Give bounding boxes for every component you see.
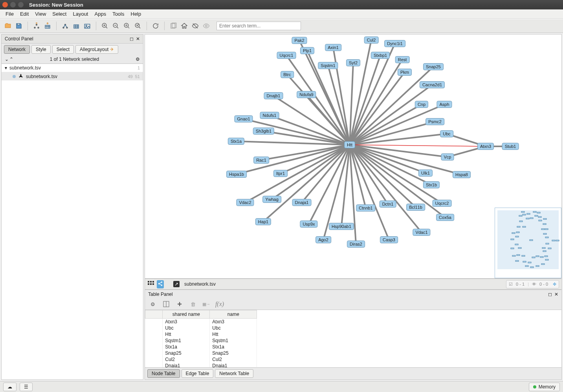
node-itpr1[interactable]: Itpr1	[273, 170, 288, 177]
node-atxn3[interactable]: Atxn3	[477, 143, 494, 150]
expand-icon[interactable]: ⌃	[9, 57, 13, 62]
function-builder-icon[interactable]: f(x)	[216, 300, 224, 308]
zoom-selected-icon[interactable]	[133, 21, 143, 31]
fit-content-icon[interactable]: ✥	[553, 282, 556, 287]
node-hap1[interactable]: Hap1	[255, 218, 271, 225]
show-icon[interactable]	[202, 21, 211, 31]
node-axin1[interactable]: Axin1	[325, 44, 341, 51]
collapse-icon[interactable]: ⌄	[5, 57, 9, 62]
menu-view[interactable]: View	[32, 10, 49, 18]
node-gnao1[interactable]: Gnao1	[234, 115, 253, 122]
node-ndufs1[interactable]: Ndufs1	[260, 112, 279, 119]
node-uqcrc1[interactable]: Uqcrc1	[277, 52, 296, 59]
hide-icon[interactable]	[191, 21, 200, 31]
node-ulk1[interactable]: Ulk1	[418, 170, 433, 177]
tab-network-table[interactable]: Network Table	[215, 369, 253, 378]
overview-panel[interactable]	[495, 208, 561, 278]
tab-select[interactable]: Select	[52, 45, 74, 54]
float-panel-icon[interactable]: ◻	[130, 36, 134, 42]
detach-view-icon[interactable]: ↗	[173, 281, 180, 287]
zoom-in-icon[interactable]	[100, 21, 110, 31]
node-stub1[interactable]: Stub1	[502, 143, 519, 150]
window-maximize-icon[interactable]	[18, 2, 24, 7]
grid-view-icon[interactable]	[147, 281, 154, 288]
node-rac1[interactable]: Rac1	[253, 157, 269, 164]
column-name[interactable]: name	[210, 310, 257, 319]
node-sqstm1[interactable]: Sqstm1	[318, 62, 338, 69]
node-ndufa9[interactable]: Ndufa9	[297, 91, 316, 98]
node-dnajb1[interactable]: Dnajb1	[264, 92, 283, 99]
reload-icon[interactable]	[151, 21, 160, 31]
node-dnaja1[interactable]: Dnaja1	[292, 199, 312, 206]
cloud-button[interactable]: ☁	[3, 383, 17, 391]
node-uqcrc2[interactable]: Uqcrc2	[433, 200, 452, 207]
node-vdac1[interactable]: Vdac1	[413, 229, 430, 236]
tab-allegrolayout[interactable]: AllegroLayout✈	[75, 45, 118, 54]
node-cacna2d1[interactable]: Cacna2d1	[420, 81, 445, 88]
network-view[interactable]: HttPak2Cul2Dync1i1Axin1Plp1Stxbp1Uqcrc1R…	[145, 34, 562, 279]
node-htt[interactable]: Htt	[344, 141, 355, 148]
tab-node-table[interactable]: Node Table	[147, 369, 180, 378]
gear-icon[interactable]: ⚙	[136, 57, 140, 62]
gear-icon[interactable]: ⚙	[149, 300, 157, 308]
node-rest[interactable]: Rest	[395, 56, 410, 63]
table-row[interactable]: Snap25Snap25	[145, 350, 257, 356]
share-view-icon[interactable]	[157, 280, 164, 288]
table-row[interactable]: Dnaja1Dnaja1	[145, 363, 257, 367]
menu-apps[interactable]: Apps	[92, 10, 110, 18]
add-icon[interactable]: +	[176, 300, 183, 308]
menu-help[interactable]: Help	[128, 10, 145, 18]
node-ago2[interactable]: Ago2	[315, 236, 331, 243]
node-hspa1b[interactable]: Hspa1b	[226, 171, 247, 178]
home-icon[interactable]	[180, 21, 189, 31]
import-table-icon[interactable]	[43, 21, 52, 31]
open-icon[interactable]	[3, 21, 13, 31]
menu-select[interactable]: Select	[49, 10, 70, 18]
node-pak2[interactable]: Pak2	[292, 37, 307, 44]
node-hspa8[interactable]: Hspa8	[453, 171, 471, 178]
node-cul2[interactable]: Cul2	[364, 36, 379, 44]
tab-network[interactable]: Network	[4, 45, 30, 54]
menu-file[interactable]: File	[2, 10, 17, 18]
node-dctn1[interactable]: Dctn1	[380, 201, 396, 208]
node-stxbp1[interactable]: Stxbp1	[371, 52, 390, 59]
node-casp3[interactable]: Casp3	[380, 236, 398, 243]
menu-edit[interactable]: Edit	[17, 10, 32, 18]
import-network-icon[interactable]	[32, 21, 41, 31]
tree-child[interactable]: subnetwork.tsv 49 51	[2, 72, 143, 80]
node-asph[interactable]: Asph	[436, 101, 452, 108]
export-image-icon[interactable]	[83, 21, 92, 31]
table-row[interactable]: Atxn3Atxn3	[145, 319, 257, 325]
zoom-fit-icon[interactable]	[122, 21, 132, 31]
node-dync1i1[interactable]: Dync1i1	[384, 40, 405, 47]
table-row[interactable]: HttHtt	[145, 331, 257, 337]
memory-button[interactable]: Memory	[529, 383, 560, 391]
node-usp9x[interactable]: Usp9x	[300, 221, 317, 228]
save-icon[interactable]	[14, 21, 24, 31]
node-pkm[interactable]: Pkm	[398, 69, 412, 76]
table-mode-icon[interactable]: ▦→	[202, 300, 210, 308]
node-cox5a[interactable]: Cox5a	[436, 214, 454, 221]
node-vcp[interactable]: Vcp	[441, 153, 454, 160]
node-hsp90ab1[interactable]: Hsp90ab1	[329, 223, 354, 230]
node-diras2[interactable]: Diras2	[347, 241, 365, 248]
close-table-icon[interactable]: ✕	[554, 292, 558, 297]
float-table-icon[interactable]: ◻	[548, 292, 552, 297]
node-plp1[interactable]: Plp1	[300, 47, 314, 54]
window-close-icon[interactable]	[2, 2, 8, 7]
columns-icon[interactable]	[162, 300, 170, 308]
data-table[interactable]: shared namename Atxn3Atxn3 UbcUbc HttHtt…	[145, 310, 257, 367]
node-vdac2[interactable]: Vdac2	[236, 199, 254, 206]
table-row[interactable]: UbcUbc	[145, 325, 257, 331]
delete-icon[interactable]: 🗑	[189, 300, 197, 308]
menu-layout[interactable]: Layout	[70, 10, 91, 18]
node-btrc[interactable]: Btrc	[281, 71, 294, 78]
zoom-out-icon[interactable]	[111, 21, 121, 31]
node-sh3glb1[interactable]: Sh3glb1	[253, 128, 274, 135]
export-network-icon[interactable]	[61, 21, 70, 31]
close-panel-icon[interactable]: ✕	[136, 36, 140, 42]
first-neighbors-icon[interactable]	[169, 21, 178, 31]
node-cnp[interactable]: Cnp	[415, 101, 428, 108]
node-ctnnb1[interactable]: Ctnnb1	[356, 204, 375, 211]
node-bcl11b[interactable]: Bcl11b	[406, 204, 425, 211]
